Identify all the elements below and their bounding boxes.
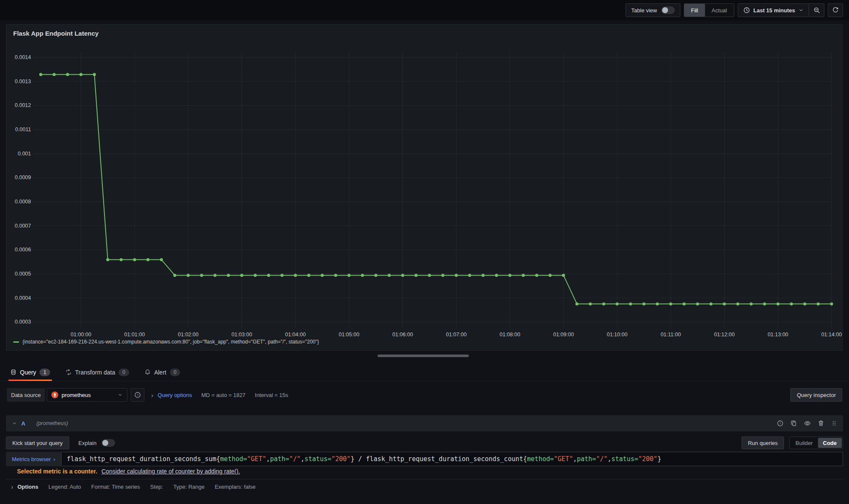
time-range-button[interactable]: Last 15 minutes	[738, 7, 809, 14]
grafana-panel-editor: Table view Fill Actual Last 15 minutes F…	[0, 0, 849, 504]
data-point	[267, 274, 270, 277]
chevron-down-icon	[118, 392, 123, 397]
query-count-badge: 1	[39, 369, 50, 376]
table-view-toggle[interactable]	[661, 6, 675, 14]
x-tick-label: 01:02:00	[178, 332, 199, 338]
code-option[interactable]: Code	[818, 438, 842, 448]
time-range-label: Last 15 minutes	[753, 7, 795, 14]
data-point	[575, 302, 578, 305]
datasource-picker[interactable]: prometheus	[47, 388, 127, 402]
query-row-header[interactable]: A (prometheus) ?	[6, 415, 843, 431]
zoom-out-icon	[813, 7, 820, 14]
builder-code-switch: Builder Code	[789, 436, 843, 449]
tab-query-label: Query	[20, 369, 36, 376]
query-token: path=	[577, 455, 596, 463]
query-expression-input[interactable]: flask_http_request_duration_seconds_sum{…	[61, 452, 843, 466]
latency-series-line	[41, 74, 832, 304]
data-point	[709, 302, 712, 305]
data-point	[495, 274, 498, 277]
actual-option[interactable]: Actual	[705, 4, 734, 17]
data-point	[93, 73, 96, 76]
query-token: "GET"	[554, 455, 573, 463]
svg-text:?: ?	[779, 422, 781, 425]
query-token: ,	[266, 455, 270, 463]
run-queries-button[interactable]: Run queries	[742, 436, 784, 449]
options-summary[interactable]: › Options Legend: Auto Format: Time seri…	[6, 479, 843, 494]
scrollbar-thumb[interactable]	[378, 355, 469, 357]
query-token: flask_http_request_duration_seconds_coun…	[366, 455, 523, 463]
collapse-chevron-icon	[12, 421, 17, 426]
data-point	[347, 274, 350, 277]
chevron-right-icon: ›	[11, 483, 13, 490]
explain-toggle[interactable]	[102, 439, 115, 447]
trash-icon[interactable]	[818, 420, 824, 427]
zoom-out-button[interactable]	[809, 4, 824, 17]
builder-option[interactable]: Builder	[790, 438, 818, 448]
y-tick-label: 0.0008	[15, 199, 31, 205]
option-legend: Legend: Auto	[48, 484, 81, 490]
data-point	[187, 274, 190, 277]
data-point	[415, 274, 417, 277]
data-point	[817, 302, 820, 305]
refresh-button[interactable]	[828, 3, 843, 17]
y-tick-label: 0.0009	[15, 175, 31, 180]
y-tick-label: 0.0004	[15, 295, 31, 301]
data-point	[214, 274, 217, 277]
table-view-control: Table view	[626, 3, 680, 17]
panel-title[interactable]: Flask App Endpoint Latency	[13, 30, 99, 37]
data-point	[200, 274, 203, 277]
data-point	[522, 274, 525, 277]
y-tick-label: 0.0014	[15, 54, 31, 60]
options-title: Options	[17, 484, 38, 490]
counter-warning: Selected metric is a counter. Consider c…	[17, 468, 240, 475]
query-toolbar: Kick start your query Explain Run querie…	[6, 436, 843, 449]
query-datasource-hint: (prometheus)	[37, 420, 68, 426]
query-field-row: Metrics browser › flask_http_request_dur…	[6, 452, 843, 466]
eye-icon[interactable]	[804, 420, 811, 427]
option-step: Step:	[150, 484, 163, 490]
fill-option[interactable]: Fill	[684, 4, 705, 17]
data-point	[120, 258, 123, 261]
data-point	[656, 302, 659, 305]
query-token: } /	[350, 455, 366, 463]
data-point	[106, 258, 109, 261]
refresh-icon	[832, 7, 839, 14]
legend-label[interactable]: {instance="ec2-184-169-216-224.us-west-1…	[23, 339, 319, 345]
data-point	[643, 302, 646, 305]
duplicate-icon[interactable]	[790, 420, 797, 427]
y-axis-labels: 0.00140.00130.00120.00110.0010.00090.000…	[6, 51, 31, 328]
query-token: path=	[270, 455, 289, 463]
kick-start-button[interactable]: Kick start your query	[6, 436, 69, 449]
datasource-help-button[interactable]: ?	[131, 388, 144, 402]
time-range-picker: Last 15 minutes	[738, 3, 824, 17]
drag-handle-icon[interactable]	[831, 420, 837, 426]
plot-area[interactable]: 01:00:0001:01:0001:02:0001:03:0001:04:00…	[33, 51, 832, 328]
transform-count-badge: 0	[118, 369, 129, 376]
datasource-label: Data source	[7, 388, 45, 402]
query-token: "200"	[638, 455, 657, 463]
query-token: "/"	[289, 455, 301, 463]
data-point	[696, 302, 699, 305]
x-tick-label: 01:09:00	[553, 332, 574, 338]
tab-query[interactable]: Query 1	[8, 363, 52, 381]
clock-icon	[743, 7, 750, 14]
data-point	[401, 274, 404, 277]
y-tick-label: 0.0007	[15, 223, 31, 229]
query-token: method=	[527, 455, 554, 463]
query-options-link[interactable]: Query options	[158, 392, 192, 398]
query-token: flask_http_request_duration_seconds_sum	[67, 455, 216, 463]
help-circle-icon[interactable]: ?	[777, 420, 784, 427]
warning-link[interactable]: Consider calculating rate of counter by …	[102, 468, 240, 475]
metrics-browser-button[interactable]: Metrics browser ›	[6, 452, 61, 466]
tab-transform-data[interactable]: Transform data 0	[64, 363, 131, 381]
option-exemplars: Exemplars: false	[215, 484, 256, 490]
x-tick-label: 01:07:00	[446, 332, 467, 338]
query-inspector-button[interactable]: Query inspector	[790, 388, 842, 402]
data-point	[79, 73, 82, 76]
data-point	[549, 274, 552, 277]
query-token: {	[216, 455, 220, 463]
query-token: status=	[305, 455, 331, 463]
tab-alert[interactable]: Alert 0	[143, 363, 182, 381]
explain-label: Explain	[79, 440, 97, 446]
x-tick-label: 01:03:00	[231, 332, 252, 338]
